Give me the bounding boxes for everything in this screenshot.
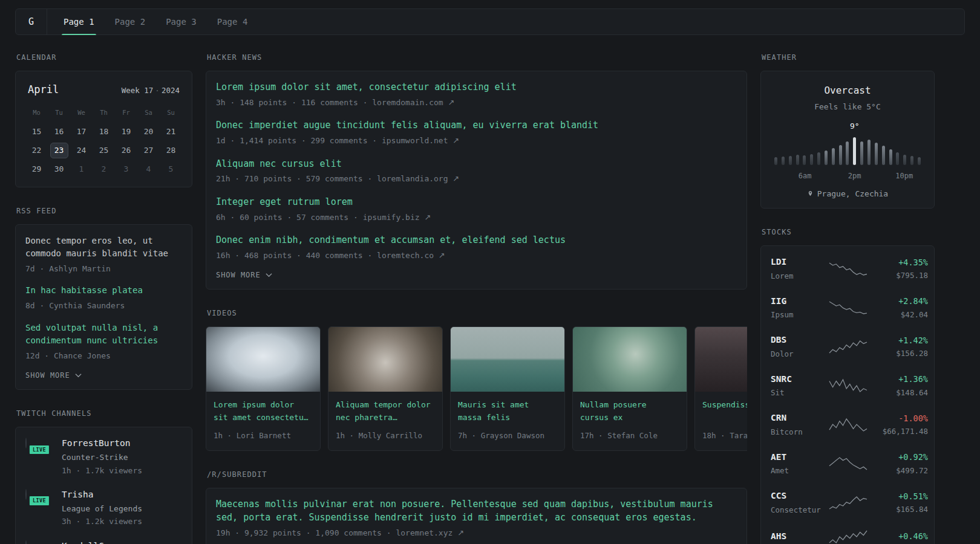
calendar-day: 5: [162, 161, 180, 177]
twitch-card: LIVEForrestBurtonCounter-Strike1h · 1.7k…: [15, 427, 192, 544]
rss-item-title[interactable]: Sed volutpat nulla nisl, a condimentum n…: [25, 322, 182, 348]
hacker-news-item-title[interactable]: Aliquam nec cursus elit: [216, 158, 737, 171]
hacker-news-item-meta-domain-link[interactable]: loremdomain.com ↗: [372, 98, 454, 107]
weather-bar: [782, 157, 785, 165]
location-pin-icon: [807, 190, 814, 198]
hacker-news-item-meta-domain-link[interactable]: loremtech.co ↗: [377, 251, 445, 260]
live-badge: LIVE: [28, 444, 51, 456]
stock-name: Ipsum: [771, 309, 824, 321]
twitch-avatar[interactable]: [25, 438, 27, 448]
calendar-day-selected: 23: [50, 143, 68, 158]
stock-ticker[interactable]: CRN: [771, 412, 824, 425]
video-thumbnail[interactable]: [328, 327, 442, 392]
hacker-news-item-title[interactable]: Lorem ipsum dolor sit amet, consectetur …: [216, 81, 737, 94]
video-thumbnail[interactable]: [451, 327, 564, 392]
twitch-avatar[interactable]: [25, 489, 27, 500]
calendar-day-header: Th: [95, 105, 113, 121]
weather-location: Prague, Czechia: [817, 188, 888, 200]
stock-sparkline: [829, 339, 867, 355]
calendar-day: 22: [28, 143, 46, 158]
video-title[interactable]: Suspendisse diam: [702, 399, 747, 424]
twitch-channel-name[interactable]: KendallCarr: [62, 540, 120, 544]
subreddit-post-meta-domain-link[interactable]: loremnet.xyz ↗: [396, 528, 464, 537]
stock-row: DBSDolor+1.42%$156.28: [771, 334, 924, 360]
tab-page-2[interactable]: Page 2: [105, 9, 156, 34]
stock-spark-wrap: [829, 261, 867, 277]
stock-spark-wrap: [829, 417, 867, 433]
calendar-day: 4: [140, 161, 158, 177]
video-thumbnail[interactable]: [695, 327, 747, 392]
twitch-channel-game: Counter-Strike: [62, 452, 142, 464]
rss-card: Donec tempor eros leo, ut commodo mauris…: [15, 224, 192, 390]
tab-page-3[interactable]: Page 3: [155, 9, 207, 34]
calendar-section: CALENDAR April Week 17·2024 MoTuWeThFrSa…: [15, 52, 192, 187]
stock-change: +0.92%: [872, 451, 928, 463]
twitch-avatar-wrap: LIVE: [25, 437, 53, 453]
calendar-day-header: Fr: [117, 105, 136, 121]
stock-name: Amet: [771, 465, 824, 477]
twitch-avatar[interactable]: [25, 540, 27, 544]
hacker-news-item-meta-domain-link[interactable]: ipsumify.biz ↗: [363, 213, 431, 222]
twitch-list: LIVEForrestBurtonCounter-Strike1h · 1.7k…: [25, 437, 182, 544]
hacker-news-item: Integer eget rutrum lorem6h · 60 points …: [216, 196, 737, 223]
stock-info: IIGIpsum: [771, 295, 824, 322]
left-column: CALENDAR April Week 17·2024 MoTuWeThFrSa…: [15, 52, 192, 544]
stock-values: -1.00%$66,171.48: [872, 412, 928, 438]
twitch-channel-name[interactable]: Trisha: [62, 488, 142, 502]
stock-ticker[interactable]: AHS: [771, 530, 824, 543]
weather-bar: [882, 146, 885, 165]
stock-price: $499.72: [872, 465, 928, 477]
tab-page-4[interactable]: Page 4: [207, 9, 258, 34]
right-column: WEATHER Overcast Feels like 5°C 9° 6am2p…: [760, 52, 935, 544]
hacker-news-card: Lorem ipsum dolor sit amet, consectetur …: [206, 71, 747, 290]
twitch-channel-row: KendallCarr: [25, 540, 182, 544]
twitch-avatar-wrap: [25, 540, 53, 544]
external-link-icon: ↗: [452, 174, 459, 183]
stock-ticker[interactable]: IIG: [771, 295, 824, 308]
stock-row: AETAmet+0.92%$499.72: [771, 451, 924, 478]
stock-ticker[interactable]: LDI: [771, 256, 824, 269]
external-link-icon: ↗: [439, 251, 445, 260]
hacker-news-item-meta-stats: 6h · 60 points · 57 comments ·: [216, 213, 363, 222]
stock-price: $165.84: [872, 504, 928, 516]
hacker-news-item-title[interactable]: Donec enim nibh, condimentum et accumsan…: [216, 234, 737, 247]
calendar-day: 17: [73, 124, 91, 140]
tab-page-1[interactable]: Page 1: [53, 9, 105, 34]
external-link-icon: ↗: [424, 213, 431, 222]
twitch-channel-name[interactable]: ForrestBurton: [62, 437, 142, 450]
hacker-news-item-title[interactable]: Integer eget rutrum lorem: [216, 196, 737, 209]
hacker-news-item-title[interactable]: Donec imperdiet augue tincidunt felis al…: [216, 119, 737, 132]
twitch-channel-meta: 1h · 1.7k viewers: [62, 465, 142, 477]
stock-ticker[interactable]: DBS: [771, 334, 824, 347]
video-thumbnail[interactable]: [573, 327, 687, 392]
rss-show-more-button[interactable]: SHOW MORE: [25, 371, 82, 380]
app-logo[interactable]: G: [16, 9, 47, 34]
videos-section: VIDEOS Lorem ipsum dolor sit amet consec…: [206, 308, 747, 451]
rss-item-title[interactable]: Donec tempor eros leo, ut commodo mauris…: [25, 235, 182, 261]
rss-item-title[interactable]: In hac habitasse platea: [25, 284, 182, 297]
weather-time-label: 6am: [799, 170, 812, 181]
hacker-news-item-meta-domain-link[interactable]: loremlandia.org ↗: [377, 174, 459, 183]
stock-ticker[interactable]: AET: [771, 451, 824, 464]
stock-ticker[interactable]: SNRC: [771, 373, 824, 386]
twitch-section-title: TWITCH CHANNELS: [16, 408, 192, 419]
video-title[interactable]: Aliquam tempor dolor nec pharetra…: [336, 399, 435, 424]
video-card: Nullam posuere cursus ex17h · Stefan Col…: [572, 326, 687, 451]
video-title[interactable]: Lorem ipsum dolor sit amet consectetu…: [214, 399, 313, 424]
hacker-news-item-meta-domain-link[interactable]: ipsumworld.net ↗: [382, 136, 459, 145]
stock-info: DBSDolor: [771, 334, 824, 360]
stock-ticker[interactable]: CCS: [771, 490, 824, 503]
calendar-day: 15: [28, 124, 46, 140]
twitch-channel-row: LIVETrishaLeague of Legends3h · 1.2k vie…: [25, 488, 182, 528]
dashboard-content: CALENDAR April Week 17·2024 MoTuWeThFrSa…: [0, 35, 980, 544]
subreddit-post-title[interactable]: Maecenas mollis pulvinar erat non posuer…: [216, 498, 737, 525]
weather-bar: [803, 155, 806, 165]
calendar-day-header: Sa: [140, 105, 158, 121]
calendar-day-header: Tu: [50, 105, 68, 121]
stock-info: SNRCSit: [771, 373, 824, 400]
video-title[interactable]: Nullam posuere cursus ex: [580, 399, 679, 424]
video-card: Mauris sit amet massa felis7h · Grayson …: [450, 326, 565, 451]
video-title[interactable]: Mauris sit amet massa felis: [458, 399, 557, 424]
video-thumbnail[interactable]: [206, 327, 320, 392]
hacker-news-show-more-button[interactable]: SHOW MORE: [216, 271, 272, 279]
